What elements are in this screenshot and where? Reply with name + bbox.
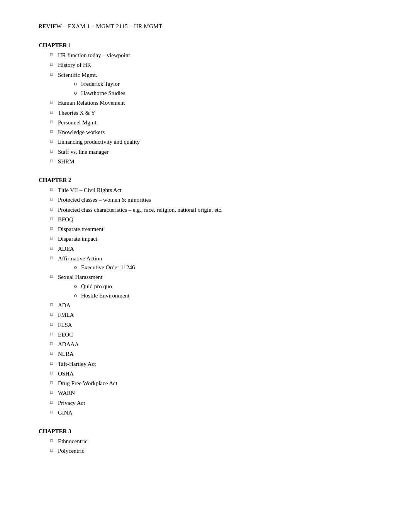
list-item: Taft-Hartley Act <box>50 360 379 369</box>
list-item: Personnel Mgmt. <box>50 118 379 127</box>
list-item: HR function today – viewpoint <box>50 51 379 60</box>
chapter-heading-2: CHAPTER 2 <box>39 177 379 184</box>
list-item-text: Polycentric <box>58 448 84 454</box>
list-item: FLSA <box>50 321 379 330</box>
chapter-3: CHAPTER 3EthnocentricPolycentric <box>39 428 379 456</box>
list-item-text: Protected classes – women & minorities <box>58 197 151 203</box>
list-item-text: History of HR <box>58 62 91 68</box>
list-item: Polycentric <box>50 447 379 456</box>
list-item: Human Relations Movement <box>50 99 379 107</box>
list-item-text: Staff vs. line manager <box>58 149 108 155</box>
chapter-1-list: HR function today – viewpointHistory of … <box>39 51 379 166</box>
sub-list-item: Frederick Taylor <box>73 80 379 88</box>
list-item-text: Title VII – Civil Rights Act <box>58 187 122 193</box>
list-item-text: Human Relations Movement <box>58 100 125 106</box>
list-item: WARN <box>50 389 379 398</box>
list-item: ADAAA <box>50 340 379 349</box>
sub-list-item: Executive Order 11246 <box>73 263 379 272</box>
list-item-text: ADEA <box>58 246 74 252</box>
list-item: Protected class characteristics – e.g., … <box>50 206 379 214</box>
list-item: BFOQ <box>50 215 379 224</box>
chapter-2: CHAPTER 2Title VII – Civil Rights ActPro… <box>39 177 379 417</box>
list-item-text: HR function today – viewpoint <box>58 52 130 58</box>
list-item-text: Taft-Hartley Act <box>58 361 96 367</box>
chapter-heading-1: CHAPTER 1 <box>39 42 379 49</box>
list-item-text: GINA <box>58 410 73 416</box>
list-item-text: Theories X & Y <box>58 110 95 116</box>
list-item-text: Sexual Harassment <box>58 274 102 280</box>
list-item-text: SHRM <box>58 158 75 165</box>
list-item-text: Knowledge workers <box>58 129 105 135</box>
list-item: Privacy Act <box>50 399 379 408</box>
list-item-text: Disparate treatment <box>58 226 103 232</box>
list-item-text: Scientific Mgmt. <box>58 72 97 78</box>
sub-list-item: Hostile Environment <box>73 291 379 300</box>
chapter-3-list: EthnocentricPolycentric <box>39 437 379 456</box>
list-item: Disparate treatment <box>50 225 379 234</box>
list-item-text: BFOQ <box>58 216 73 223</box>
list-item-text: EEOC <box>58 331 73 338</box>
list-item: OSHA <box>50 369 379 378</box>
list-item: Title VII – Civil Rights Act <box>50 186 379 195</box>
list-item-text: Protected class characteristics – e.g., … <box>58 207 223 213</box>
chapter-2-list: Title VII – Civil Rights ActProtected cl… <box>39 186 379 417</box>
sub-list-item: Hawthorne Studies <box>73 89 379 98</box>
list-item: SHRM <box>50 157 379 166</box>
chapter-heading-3: CHAPTER 3 <box>39 428 379 435</box>
list-item-text: Enhancing productivity and quality <box>58 139 140 145</box>
list-item-text: Disparate impact <box>58 236 97 242</box>
sub-list: Executive Order 11246 <box>58 263 379 272</box>
list-item-text: Personnel Mgmt. <box>58 119 98 126</box>
list-item-text: Privacy Act <box>58 400 85 406</box>
list-item: EEOC <box>50 330 379 339</box>
list-item: ADEA <box>50 245 379 253</box>
list-item-text: ADA <box>58 302 71 308</box>
list-item-text: FLSA <box>58 322 72 328</box>
list-item: NLRA <box>50 350 379 359</box>
list-item: Scientific Mgmt.Frederick TaylorHawthorn… <box>50 71 379 98</box>
list-item: Enhancing productivity and quality <box>50 138 379 146</box>
list-item-text: FMLA <box>58 312 74 318</box>
chapter-1: CHAPTER 1HR function today – viewpointHi… <box>39 42 379 166</box>
list-item-text: ADAAA <box>58 341 79 347</box>
list-item: Knowledge workers <box>50 128 379 137</box>
list-item: Ethnocentric <box>50 437 379 446</box>
list-item: Protected classes – women & minorities <box>50 195 379 204</box>
list-item: Theories X & Y <box>50 109 379 117</box>
list-item: FMLA <box>50 311 379 320</box>
list-item: Sexual HarassmentQuid pro quoHostile Env… <box>50 273 379 300</box>
list-item-text: Affirmative Action <box>58 255 102 262</box>
list-item-text: Ethnocentric <box>58 438 88 444</box>
sub-list-item: Quid pro quo <box>73 282 379 291</box>
sub-list: Frederick TaylorHawthorne Studies <box>58 80 379 98</box>
list-item: GINA <box>50 408 379 417</box>
page-title: REVIEW – EXAM 1 – MGMT 2115 – HR MGMT <box>39 23 379 30</box>
list-item: History of HR <box>50 61 379 70</box>
list-item-text: Drug Free Workplace Act <box>58 380 117 386</box>
list-item-text: NLRA <box>58 351 74 357</box>
list-item-text: OSHA <box>58 371 74 377</box>
list-item: ADA <box>50 301 379 310</box>
list-item-text: WARN <box>58 390 75 396</box>
list-item: Affirmative ActionExecutive Order 11246 <box>50 254 379 272</box>
list-item: Staff vs. line manager <box>50 148 379 156</box>
list-item: Disparate impact <box>50 235 379 243</box>
list-item: Drug Free Workplace Act <box>50 379 379 388</box>
sub-list: Quid pro quoHostile Environment <box>58 282 379 301</box>
